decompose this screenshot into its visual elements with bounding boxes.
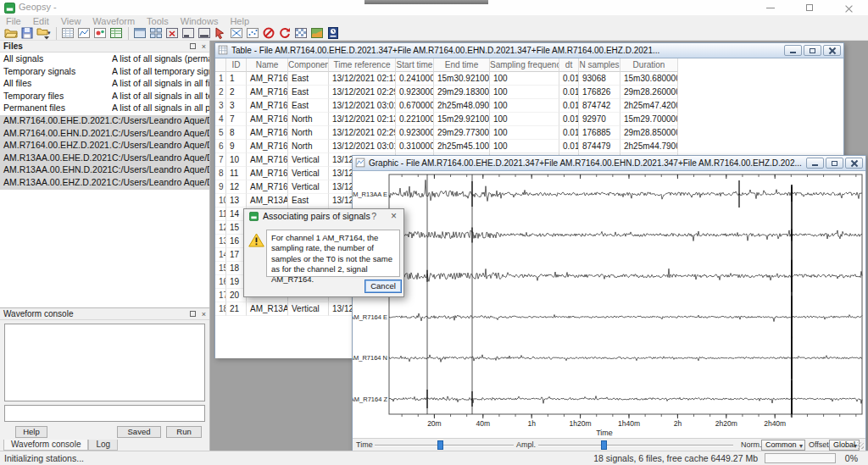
column-header[interactable]: Sampling frequency <box>490 58 559 72</box>
column-header[interactable]: Time reference <box>329 58 396 72</box>
reload-icon[interactable] <box>277 26 293 40</box>
column-header[interactable]: dt <box>559 58 579 72</box>
maximize-button[interactable] <box>790 0 829 15</box>
close-button[interactable] <box>829 0 868 15</box>
restore-subwindow-icon[interactable] <box>197 26 213 40</box>
time-slider-handle[interactable] <box>437 440 443 450</box>
subwindow-minimize-icon[interactable] <box>784 45 802 56</box>
table-cell: 0.923000s <box>396 86 434 99</box>
menu-item-edit[interactable]: Edit <box>27 16 55 26</box>
console-input[interactable] <box>4 405 205 422</box>
waveform-plot-area[interactable]: AM_R13AA EAM_R13AA NAM_R13AA ZAM_R7164 E… <box>353 171 865 438</box>
file-list-item[interactable]: AM.R13AA.00.EHN.D.2021.347C:/Users/Leand… <box>0 164 209 177</box>
save-icon[interactable] <box>19 26 35 40</box>
table-cell: 15m30.921000s <box>434 72 490 86</box>
file-list-item[interactable]: AM.R7164.00.EHE.D.2021.347C:/Users/Leand… <box>0 115 209 128</box>
file-list-item[interactable]: AM.R13AA.00.EHE.D.2021.347C:/Users/Leand… <box>0 152 209 165</box>
table-window-title: Table - File AM.R7164.00.EHE.D.2021.347+… <box>231 46 659 55</box>
grid-tool-icon[interactable] <box>293 26 309 40</box>
subwindow-close-icon[interactable] <box>823 45 841 56</box>
float-panel-icon[interactable] <box>190 311 196 317</box>
pointer-tool-icon[interactable] <box>213 26 229 40</box>
menu-item-waveform[interactable]: Waveform <box>86 16 141 26</box>
column-header[interactable]: N samples <box>579 58 620 72</box>
float-panel-icon[interactable] <box>190 43 196 49</box>
help-button[interactable]: Help <box>15 426 47 438</box>
graphic-window-titlebar[interactable]: Graphic - File AM.R7164.00.EHE.D.2021.34… <box>353 156 865 171</box>
close-panel-icon[interactable] <box>202 42 206 51</box>
subwindow-close-icon[interactable] <box>845 158 863 169</box>
graphic-view-icon[interactable] <box>76 26 92 40</box>
minimize-button[interactable] <box>751 0 790 15</box>
column-header[interactable]: Name <box>247 58 288 72</box>
file-list-item[interactable]: AM.R7164.00.EHN.D.2021.347C:/Users/Leand… <box>0 128 209 141</box>
subwindow-minimize-icon[interactable] <box>806 158 824 169</box>
file-view-icon[interactable] <box>108 26 125 40</box>
table-cell: 17 <box>215 289 226 302</box>
menu-item-tools[interactable]: Tools <box>141 16 175 26</box>
column-header[interactable]: End time <box>434 58 490 72</box>
subwindow-icon[interactable] <box>132 26 148 40</box>
progress-percent: 0% <box>845 453 858 463</box>
file-list-item[interactable]: All filesA list of all signals in all fi… <box>0 78 209 91</box>
close-subwindow-icon[interactable] <box>164 26 181 40</box>
menu-item-file[interactable]: File <box>0 16 27 26</box>
main-titlebar[interactable]: Geopsy - <box>0 0 868 15</box>
resize-grip[interactable] <box>857 442 864 449</box>
zoom-axes-icon[interactable] <box>229 26 245 40</box>
saved-steps-button[interactable]: Saved steps <box>117 426 161 438</box>
table-cell: 3 <box>226 99 247 113</box>
progress-bar <box>765 453 836 463</box>
column-header[interactable]: Component <box>288 58 329 72</box>
time-slider-label: Time <box>356 440 373 449</box>
map-tool-icon[interactable] <box>309 26 326 40</box>
column-header[interactable]: Duration <box>620 58 678 72</box>
file-list-item[interactable]: AM.R7164.00.EHZ.D.2021.347C:/Users/Leand… <box>0 140 209 152</box>
tab-log[interactable]: Log <box>88 440 118 451</box>
dropdown-arrow-icon[interactable]: ▾ <box>47 30 51 36</box>
close-panel-icon[interactable] <box>202 310 206 318</box>
table-cell: Vertical <box>288 153 329 167</box>
open-icon[interactable] <box>3 26 19 40</box>
menu-item-view[interactable]: View <box>55 16 87 26</box>
file-list-item[interactable]: Temporary signalsA list of all temporary… <box>0 66 209 79</box>
clock-tool-icon[interactable] <box>326 26 342 40</box>
tab-waveform-console[interactable]: Waveform console <box>3 440 88 451</box>
table-cell: 2h25m48.090000s <box>434 99 490 113</box>
stop-tool-icon[interactable] <box>261 26 277 40</box>
scatter-view-icon[interactable] <box>245 26 261 40</box>
map-view-icon[interactable] <box>92 26 108 40</box>
column-header[interactable]: Start time <box>396 58 434 72</box>
run-button[interactable]: Run <box>166 426 202 438</box>
dialog-help-icon[interactable]: ? <box>371 211 376 221</box>
dialog-close-icon[interactable] <box>391 210 397 222</box>
tile-windows-icon[interactable] <box>148 26 164 40</box>
ampl-slider-handle[interactable] <box>601 440 607 450</box>
console-output-area[interactable] <box>4 324 205 401</box>
file-list-item[interactable]: Permanent filesA list of all signals in … <box>0 102 209 115</box>
waveform-console-header[interactable]: Waveform console <box>0 308 209 320</box>
offset-select[interactable]: Global <box>829 440 860 451</box>
table-window-titlebar[interactable]: Table - File AM.R7164.00.EHE.D.2021.347+… <box>215 43 843 58</box>
graphic-window-title: Graphic - File AM.R7164.00.EHE.D.2021.34… <box>369 158 802 168</box>
time-slider[interactable] <box>375 445 514 446</box>
table-view-icon[interactable] <box>60 26 76 40</box>
minimize-subwindow-icon[interactable] <box>181 26 197 40</box>
file-list-item[interactable]: Temporary filesA list of all signals in … <box>0 91 209 103</box>
cancel-button[interactable]: Cancel <box>364 280 402 293</box>
file-item-description: A list of all signals in all files... <box>112 78 209 91</box>
files-panel-header[interactable]: Files <box>0 41 209 53</box>
menu-item-windows[interactable]: Windows <box>175 16 225 26</box>
subwindow-maximize-icon[interactable] <box>826 158 843 169</box>
file-item-description: A list of all signals in all per... <box>112 102 209 115</box>
dialog-titlebar[interactable]: Associating pairs of signals <box>249 211 370 221</box>
ampl-slider[interactable] <box>538 445 733 446</box>
table-cell: 0.670000s <box>396 99 434 113</box>
column-header[interactable]: ID <box>226 58 247 72</box>
menu-item-help[interactable]: Help <box>224 16 255 26</box>
subwindow-maximize-icon[interactable] <box>804 45 821 56</box>
file-list-item[interactable]: All signalsA list of all signals (perman… <box>0 53 209 66</box>
file-list-item[interactable]: AM.R13AA.00.EHZ.D.2021.347C:/Users/Leand… <box>0 177 209 190</box>
norm-select[interactable]: Common <box>761 440 805 451</box>
table-cell: AM_R7164 <box>247 180 288 194</box>
